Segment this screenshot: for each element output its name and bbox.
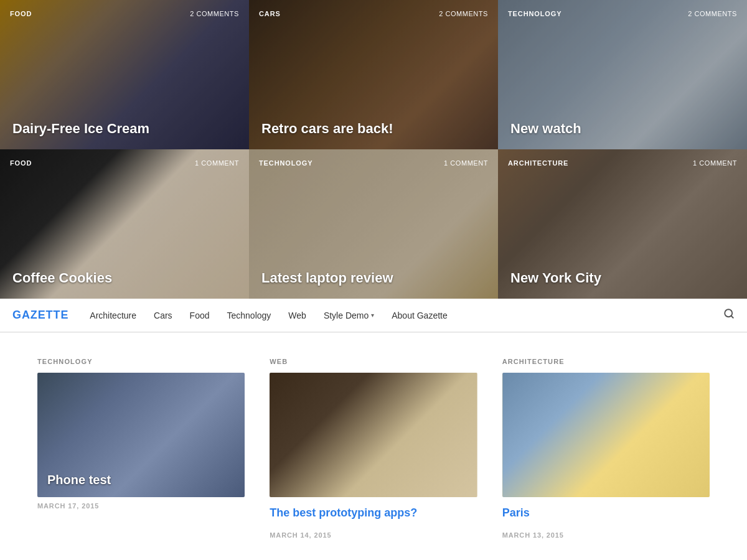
hero-comments-6: 1 COMMENT bbox=[693, 159, 737, 167]
post-grid: TECHNOLOGY Phone test MARCH 17, 2015 WEB… bbox=[0, 333, 747, 560]
nav-item-style-demo[interactable]: Style Demo ▾ bbox=[315, 299, 383, 332]
hero-category-technology-2: TECHNOLOGY bbox=[259, 159, 312, 167]
post-category-2: WEB bbox=[270, 358, 477, 365]
nav-item-about[interactable]: About Gazette bbox=[383, 299, 456, 332]
post-image-title-1: Phone test bbox=[47, 473, 235, 487]
post-date-1: MARCH 17, 2015 bbox=[37, 502, 245, 510]
nav-item-cars[interactable]: Cars bbox=[145, 299, 181, 332]
hero-comments-3: 2 COMMENTS bbox=[688, 10, 737, 17]
hero-item-cookies[interactable]: FOOD 1 COMMENT Coffee Cookies bbox=[0, 149, 249, 299]
hero-category-architecture: ARCHITECTURE bbox=[508, 159, 568, 167]
hero-item-nyc[interactable]: ARCHITECTURE 1 COMMENT New York City bbox=[498, 149, 747, 299]
post-card-phone: TECHNOLOGY Phone test MARCH 17, 2015 bbox=[37, 358, 245, 539]
post-category-3: ARCHITECTURE bbox=[502, 358, 710, 365]
hero-category-cars: CARS bbox=[259, 10, 281, 17]
hero-grid: FOOD 2 COMMENTS Dairy-Free Ice Cream CAR… bbox=[0, 0, 747, 299]
hero-title-4: Coffee Cookies bbox=[12, 270, 237, 286]
hero-title-1: Dairy-Free Ice Cream bbox=[12, 121, 237, 137]
hero-category-technology-1: TECHNOLOGY bbox=[508, 10, 561, 17]
hero-title-6: New York City bbox=[510, 270, 735, 286]
nav-item-technology[interactable]: Technology bbox=[218, 299, 280, 332]
search-button[interactable] bbox=[711, 308, 747, 322]
hero-item-watch[interactable]: TECHNOLOGY 2 COMMENTS New watch bbox=[498, 0, 747, 149]
post-image-notebook[interactable] bbox=[270, 373, 477, 497]
post-category-1: TECHNOLOGY bbox=[37, 358, 245, 365]
post-date-3: MARCH 13, 2015 bbox=[502, 531, 710, 539]
hero-comments-4: 1 COMMENT bbox=[195, 159, 239, 167]
brand-logo[interactable]: GAZETTE bbox=[0, 309, 81, 322]
nav-item-web[interactable]: Web bbox=[280, 299, 315, 332]
hero-title-5: Latest laptop review bbox=[261, 270, 486, 286]
svg-line-1 bbox=[731, 315, 733, 317]
post-date-2: MARCH 14, 2015 bbox=[270, 531, 477, 539]
post-card-paris: ARCHITECTURE Paris MARCH 13, 2015 bbox=[502, 358, 710, 539]
post-card-prototyping: WEB The best prototyping apps? MARCH 14,… bbox=[270, 358, 477, 539]
hero-category-food-1: FOOD bbox=[10, 10, 32, 17]
hero-comments-5: 1 COMMENT bbox=[444, 159, 488, 167]
nav-item-architecture[interactable]: Architecture bbox=[81, 299, 145, 332]
hero-item-ice-cream[interactable]: FOOD 2 COMMENTS Dairy-Free Ice Cream bbox=[0, 0, 249, 149]
nav-menu: Architecture Cars Food Technology Web St… bbox=[81, 299, 711, 332]
hero-category-food-2: FOOD bbox=[10, 159, 32, 167]
post-image-paris[interactable] bbox=[502, 373, 710, 497]
navbar: GAZETTE Architecture Cars Food Technolog… bbox=[0, 299, 747, 332]
hero-comments-1: 2 COMMENTS bbox=[190, 10, 239, 17]
post-title-3[interactable]: Paris bbox=[502, 506, 710, 520]
post-title-2[interactable]: The best prototyping apps? bbox=[270, 506, 477, 520]
hero-title-3: New watch bbox=[510, 121, 735, 137]
post-image-phone[interactable]: Phone test bbox=[37, 373, 245, 497]
hero-comments-2: 2 COMMENTS bbox=[439, 10, 488, 17]
nav-item-food[interactable]: Food bbox=[181, 299, 218, 332]
hero-title-2: Retro cars are back! bbox=[261, 121, 486, 137]
hero-item-laptop[interactable]: TECHNOLOGY 1 COMMENT Latest laptop revie… bbox=[249, 149, 498, 299]
hero-item-retro-car[interactable]: CARS 2 COMMENTS Retro cars are back! bbox=[249, 0, 498, 149]
dropdown-arrow-icon: ▾ bbox=[371, 312, 374, 319]
